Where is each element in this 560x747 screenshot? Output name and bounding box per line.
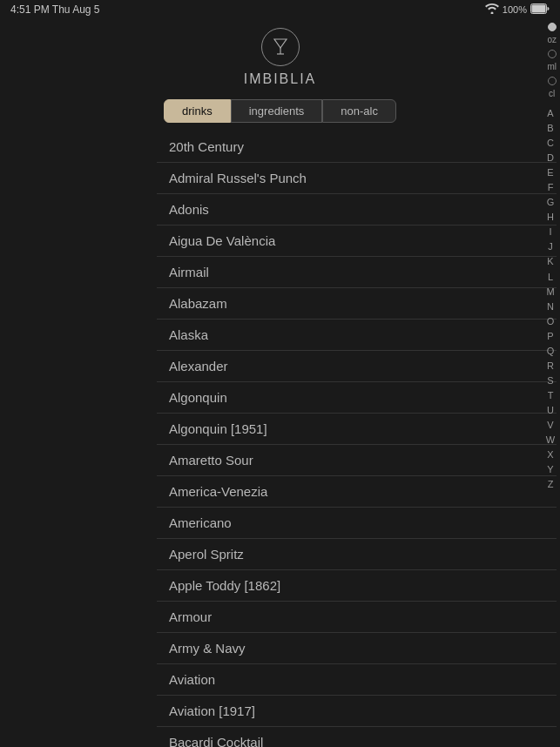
list-item[interactable]: Apple Toddy [1862] xyxy=(157,570,557,602)
list-item[interactable]: 20th Century xyxy=(157,131,557,163)
alpha-letter-x[interactable]: X xyxy=(547,448,553,462)
alpha-index[interactable]: ABCDEFGHIJKLMNOPQRSTUVWXYZ xyxy=(541,104,560,747)
app-logo xyxy=(261,28,300,66)
alpha-letter-j[interactable]: J xyxy=(548,239,553,254)
alpha-letter-l[interactable]: L xyxy=(548,270,553,285)
alpha-letter-b[interactable]: B xyxy=(547,121,553,136)
unit-ml-label[interactable]: ml xyxy=(547,62,557,71)
alpha-letter-m[interactable]: M xyxy=(546,285,554,299)
alpha-letter-o[interactable]: O xyxy=(547,314,555,329)
list-item[interactable]: Admiral Russel's Punch xyxy=(157,163,557,194)
list-item[interactable]: Armour xyxy=(157,602,557,633)
unit-cl-dot[interactable] xyxy=(548,77,557,85)
alpha-letter-t[interactable]: T xyxy=(548,388,554,403)
list-item[interactable]: Army & Navy xyxy=(157,633,557,664)
list-item[interactable]: Alexander xyxy=(157,351,557,382)
alpha-letter-s[interactable]: S xyxy=(547,374,553,388)
status-time: 4:51 PM Thu Aug 5 xyxy=(10,3,100,16)
status-right: 100% xyxy=(485,3,550,16)
unit-ml-dot[interactable] xyxy=(548,50,557,58)
unit-cl-label[interactable]: cl xyxy=(549,89,555,98)
tab-ingredients[interactable]: ingredients xyxy=(231,99,323,123)
alpha-letter-w[interactable]: W xyxy=(546,433,555,448)
list-item[interactable]: Amaretto Sour xyxy=(157,445,557,476)
list-item[interactable]: Aperol Spritz xyxy=(157,539,557,570)
alpha-letter-u[interactable]: U xyxy=(547,403,554,418)
alpha-letter-e[interactable]: E xyxy=(547,165,553,180)
alpha-letter-f[interactable]: F xyxy=(548,180,554,195)
unit-oz-dot[interactable] xyxy=(548,23,557,31)
alpha-letter-k[interactable]: K xyxy=(547,254,553,269)
list-item[interactable]: Bacardi Cocktail xyxy=(157,727,557,747)
alpha-letter-y[interactable]: Y xyxy=(547,462,553,477)
alpha-letter-c[interactable]: C xyxy=(547,136,554,151)
alpha-letter-q[interactable]: Q xyxy=(547,344,555,359)
status-bar: 4:51 PM Thu Aug 5 100% xyxy=(0,0,560,19)
drinks-list[interactable]: 20th CenturyAdmiral Russel's PunchAdonis… xyxy=(157,131,557,747)
tab-non-alc[interactable]: non-alc xyxy=(322,99,396,123)
alpha-letter-p[interactable]: P xyxy=(547,329,553,344)
unit-selector[interactable]: oz ml cl xyxy=(543,19,560,104)
list-item[interactable]: Americano xyxy=(157,508,557,539)
wifi-icon xyxy=(485,3,499,16)
list-item[interactable]: Adonis xyxy=(157,194,557,225)
main-area: 20th CenturyAdmiral Russel's PunchAdonis… xyxy=(0,131,560,747)
list-item[interactable]: Alabazam xyxy=(157,288,557,320)
svg-rect-1 xyxy=(532,5,546,13)
list-item[interactable]: Airmail xyxy=(157,257,557,288)
alpha-letter-n[interactable]: N xyxy=(547,299,554,314)
alpha-letter-v[interactable]: V xyxy=(547,418,553,433)
list-item[interactable]: Algonquin xyxy=(157,382,557,414)
alpha-letter-g[interactable]: G xyxy=(547,195,555,210)
list-item[interactable]: Algonquin [1951] xyxy=(157,414,557,445)
app-title: IMBIBLIA xyxy=(244,71,317,87)
list-item[interactable]: America-Venezia xyxy=(157,476,557,508)
alpha-letter-z[interactable]: Z xyxy=(548,477,554,492)
tab-drinks[interactable]: drinks xyxy=(164,99,231,123)
alpha-letter-r[interactable]: R xyxy=(547,359,554,374)
tabs-row: drinks ingredients non-alc xyxy=(157,99,403,123)
list-item[interactable]: Aviation xyxy=(157,664,557,696)
alpha-letter-d[interactable]: D xyxy=(547,151,554,165)
list-item[interactable]: Aigua De València xyxy=(157,225,557,257)
alpha-letter-i[interactable]: I xyxy=(549,225,551,239)
list-item[interactable]: Aviation [1917] xyxy=(157,696,557,727)
battery-icon xyxy=(530,3,550,16)
battery-text: 100% xyxy=(503,4,527,15)
alpha-letter-h[interactable]: H xyxy=(547,210,554,225)
app-header: IMBIBLIA xyxy=(0,19,560,99)
alpha-letter-a[interactable]: A xyxy=(547,106,553,121)
unit-oz-label[interactable]: oz xyxy=(547,35,557,44)
list-item[interactable]: Alaska xyxy=(157,320,557,351)
